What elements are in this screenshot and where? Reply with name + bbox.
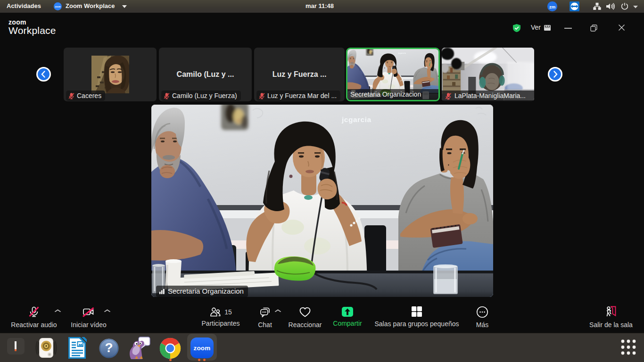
svg-text:zm: zm	[549, 4, 555, 9]
svg-text:?: ?	[105, 340, 113, 355]
svg-text:zoom: zoom	[55, 6, 61, 8]
